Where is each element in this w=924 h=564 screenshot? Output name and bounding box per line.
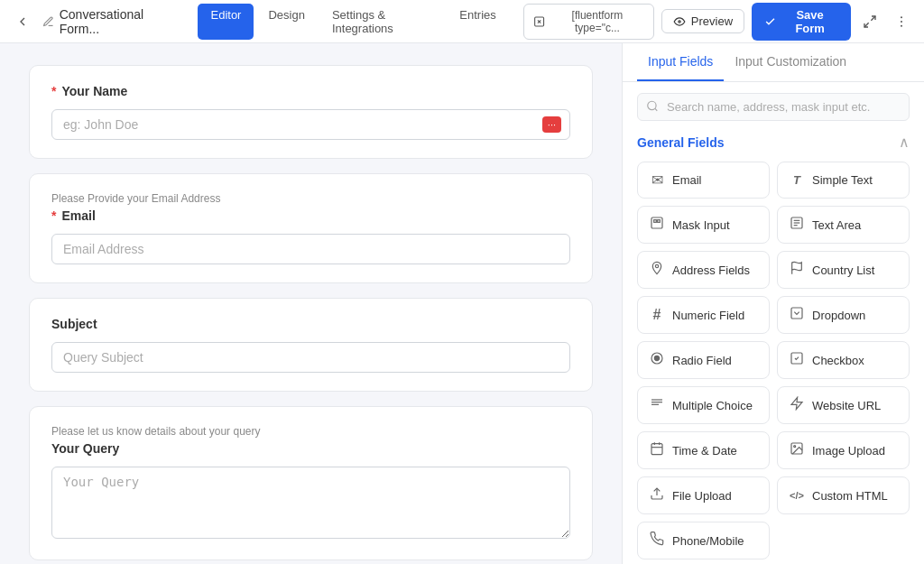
email-input[interactable]: [51, 234, 570, 264]
section-collapse-toggle[interactable]: ∧: [899, 134, 910, 151]
address-field-icon: [649, 261, 665, 279]
field-item-multiple-choice-label: Multiple Choice: [672, 399, 753, 412]
nav-tabs: Editor Design Settings & Integrations En…: [198, 4, 508, 40]
svg-point-7: [901, 21, 902, 23]
multiple-choice-field-icon: [649, 396, 665, 414]
name-field-card: * Your Name ···: [29, 65, 593, 159]
query-textarea[interactable]: [51, 467, 570, 539]
field-item-checkbox-label: Checkbox: [812, 354, 864, 367]
subject-input[interactable]: [51, 342, 570, 373]
field-item-radio[interactable]: Radio Field: [637, 341, 770, 379]
field-item-dropdown[interactable]: Dropdown: [777, 296, 910, 334]
svg-point-18: [655, 264, 658, 267]
field-item-address[interactable]: Address Fields: [637, 251, 770, 289]
form-title-text: Conversational Form...: [60, 7, 180, 36]
name-input-wrap: ···: [51, 109, 570, 140]
field-item-image-upload-label: Image Upload: [812, 444, 885, 458]
search-wrap: [637, 93, 910, 121]
shortcode-button[interactable]: [fluentform type="c...: [523, 4, 654, 40]
subject-field-label: Subject: [51, 317, 570, 331]
name-field-options-button[interactable]: ···: [542, 116, 561, 133]
preview-text: Preview: [691, 14, 733, 28]
field-item-custom-html-label: Custom HTML: [812, 489, 888, 503]
svg-point-9: [648, 101, 656, 109]
svg-rect-13: [658, 220, 661, 223]
search-input[interactable]: [637, 93, 910, 121]
svg-line-10: [655, 108, 658, 111]
field-item-checkbox[interactable]: Checkbox: [777, 341, 910, 379]
field-item-time-date-label: Time & Date: [672, 444, 737, 458]
email-field-icon: ✉: [649, 171, 665, 189]
time-date-field-icon: [649, 441, 665, 459]
field-item-file-upload[interactable]: File Upload: [637, 476, 770, 514]
file-upload-field-icon: [649, 486, 665, 504]
svg-point-8: [901, 24, 902, 26]
tab-settings[interactable]: Settings & Integrations: [319, 4, 445, 40]
svg-point-3: [679, 20, 680, 22]
field-item-image-upload[interactable]: Image Upload: [777, 431, 910, 469]
svg-line-5: [864, 23, 869, 27]
form-title-area: Conversational Form...: [42, 7, 180, 36]
field-item-numeric[interactable]: # Numeric Field: [637, 296, 770, 334]
tab-design[interactable]: Design: [255, 4, 317, 40]
general-fields-header: General Fields ∧: [637, 134, 910, 151]
preview-button[interactable]: Preview: [661, 9, 744, 33]
svg-point-22: [654, 356, 659, 360]
tab-entries[interactable]: Entries: [447, 4, 508, 40]
tab-editor[interactable]: Editor: [198, 4, 254, 40]
panel-tabs: Input Fields Input Customization: [623, 43, 924, 82]
field-item-email[interactable]: ✉ Email: [637, 162, 770, 199]
field-item-dropdown-label: Dropdown: [812, 309, 865, 322]
panel-content: General Fields ∧ ✉ Email T Simple Text: [623, 82, 924, 564]
text-area-field-icon: [789, 216, 805, 234]
field-item-country-list-label: Country List: [812, 264, 874, 277]
field-item-phone-mobile[interactable]: Phone/Mobile: [637, 522, 770, 559]
phone-mobile-field-icon: [649, 532, 665, 550]
field-item-time-date[interactable]: Time & Date: [637, 431, 770, 469]
svg-rect-28: [651, 444, 662, 455]
field-item-simple-text[interactable]: T Simple Text: [777, 162, 910, 199]
field-item-email-label: Email: [672, 173, 702, 187]
field-item-address-label: Address Fields: [672, 264, 750, 277]
website-url-field-icon: [789, 396, 805, 414]
topnav: Conversational Form... Editor Design Set…: [0, 0, 924, 43]
name-input[interactable]: [51, 109, 570, 140]
query-field-label: Your Query: [51, 441, 570, 456]
back-button[interactable]: [11, 9, 35, 34]
field-item-country-list[interactable]: Country List: [777, 251, 910, 289]
save-button[interactable]: Save Form: [752, 3, 851, 41]
field-item-mask-input[interactable]: Mask Input: [637, 206, 770, 244]
field-item-phone-mobile-label: Phone/Mobile: [672, 534, 744, 548]
dropdown-field-icon: [789, 306, 805, 324]
field-item-multiple-choice[interactable]: Multiple Choice: [637, 386, 770, 424]
simple-text-field-icon: T: [789, 173, 805, 187]
shortcode-text: [fluentform type="c...: [550, 9, 644, 34]
email-sublabel: Please Provide your Email Address: [51, 192, 570, 205]
numeric-field-icon: #: [649, 307, 665, 323]
email-required-star: *: [51, 208, 56, 223]
main-layout: * Your Name ··· Please Provide your Emai…: [0, 43, 924, 564]
name-field-label: * Your Name: [51, 84, 570, 98]
field-item-numeric-label: Numeric Field: [672, 309, 744, 322]
fullscreen-button[interactable]: [858, 9, 882, 34]
more-options-button[interactable]: [889, 9, 913, 34]
email-field-label: * Email: [51, 208, 570, 223]
query-sublabel: Please let us know details about your qu…: [51, 425, 570, 438]
checkbox-field-icon: [789, 351, 805, 369]
custom-html-field-icon: </>: [789, 490, 805, 501]
field-item-radio-label: Radio Field: [672, 354, 732, 367]
field-item-file-upload-label: File Upload: [672, 489, 732, 503]
svg-line-4: [872, 16, 876, 21]
field-item-website-url[interactable]: Website URL: [777, 386, 910, 424]
fields-grid: ✉ Email T Simple Text Mask Input: [637, 162, 910, 559]
field-item-text-area[interactable]: Text Area: [777, 206, 910, 244]
panel-tab-customization[interactable]: Input Customization: [724, 43, 857, 81]
panel-tab-input-fields[interactable]: Input Fields: [637, 43, 724, 81]
svg-point-33: [794, 446, 796, 448]
field-item-mask-input-label: Mask Input: [672, 218, 730, 232]
svg-rect-11: [651, 217, 662, 228]
field-item-custom-html[interactable]: </> Custom HTML: [777, 476, 910, 514]
image-upload-field-icon: [789, 441, 805, 459]
svg-point-6: [901, 16, 902, 18]
right-panel: Input Fields Input Customization General…: [622, 43, 924, 564]
